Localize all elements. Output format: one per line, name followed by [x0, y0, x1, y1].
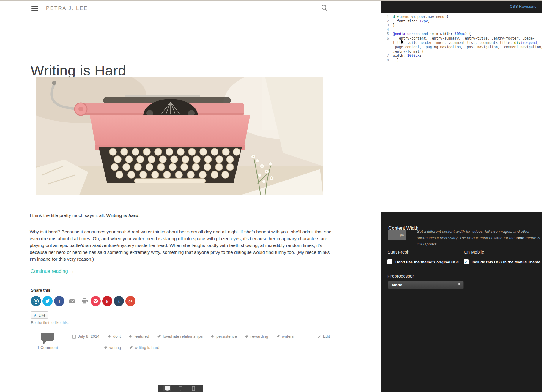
tag-link[interactable]: love/hate relationships	[157, 334, 203, 339]
body-paragraph: Why is it hard? Because it consumes your…	[30, 228, 333, 263]
tag-icon	[157, 334, 161, 338]
wordpress-share-button[interactable]: W	[31, 296, 41, 306]
device-preview-toolbar	[158, 385, 203, 392]
site-preview: PETRA J. LEE Writing is Hard	[0, 0, 381, 392]
css-editor-panel: CSS Revisions 1div.menu-wrapper.nav-menu…	[381, 1, 542, 392]
px-unit-label: px	[400, 232, 404, 237]
tag-link[interactable]: persistence	[211, 334, 237, 339]
css-options-panel: Content Width px Set a different content…	[381, 212, 542, 392]
tumblr-share-button[interactable]: t	[114, 296, 124, 306]
line-number: 6	[381, 36, 391, 41]
code-row[interactable]: 6 .entry-content, .entry-summary, .entry…	[381, 36, 542, 41]
tablet-icon	[179, 386, 182, 391]
tag-icon	[211, 334, 215, 338]
on-mobile-checkbox[interactable]: ✓	[464, 259, 469, 264]
tag-link[interactable]: writing	[104, 345, 121, 350]
top-border	[0, 0, 542, 1]
line-number: 5	[381, 32, 391, 36]
line-number: 3	[381, 23, 391, 28]
tag-link[interactable]: do it	[108, 334, 121, 339]
pinterest-share-button[interactable]: P	[102, 296, 112, 306]
svg-text:f: f	[59, 299, 60, 304]
pocket-share-button[interactable]	[91, 296, 101, 306]
code-row[interactable]: 5@media screen and (min-width: 600px) {	[381, 32, 542, 36]
email-share-button[interactable]	[68, 296, 76, 306]
tag-link[interactable]: writers	[276, 334, 294, 339]
content-width-description: Set a different content width for videos…	[417, 228, 541, 248]
tag-icon	[129, 334, 133, 338]
code-row[interactable]: .entry-format {	[381, 49, 542, 54]
code-row[interactable]: .page-content, .paging-navigation, .post…	[381, 45, 542, 49]
svg-text:t: t	[118, 299, 120, 303]
site-title[interactable]: PETRA J. LEE	[46, 5, 88, 11]
code-row[interactable]: 3}	[381, 23, 542, 28]
code-row[interactable]: 8 }	[381, 58, 542, 62]
line-number: 8	[381, 58, 391, 62]
svg-text:P: P	[106, 299, 108, 303]
tag-link[interactable]: featured	[129, 334, 149, 339]
like-button[interactable]: ★ Like	[31, 311, 48, 319]
tag-list-row-1: do itfeaturedlove/hate relationshipspers…	[108, 334, 294, 339]
select-arrows-icon	[458, 282, 460, 286]
start-fresh-label: Don’t use the theme’s original CSS.	[395, 260, 460, 264]
line-number	[381, 49, 391, 54]
on-mobile-checkbox-row[interactable]: ✓ Include this CSS in the Mobile Theme	[464, 259, 540, 264]
content-width-input[interactable]: px	[388, 230, 406, 240]
preprocessor-select[interactable]: None	[388, 281, 464, 289]
tag-icon	[129, 346, 133, 350]
tablet-preview-button[interactable]	[177, 385, 184, 391]
line-number: 4	[381, 28, 391, 32]
tag-list-row-2: writingwriting is hard!	[104, 345, 160, 350]
mobile-preview-button[interactable]	[190, 385, 197, 391]
star-icon: ★	[34, 313, 37, 317]
tag-icon	[245, 334, 249, 338]
editor-topbar: CSS Revisions	[381, 1, 542, 13]
edit-link[interactable]: Edit	[317, 334, 330, 339]
print-share-button[interactable]	[81, 296, 89, 306]
preprocessor-value: None	[392, 283, 402, 287]
line-number: 2	[381, 19, 391, 23]
svg-text:g+: g+	[129, 299, 133, 303]
mouse-cursor	[401, 39, 405, 45]
tag-icon	[108, 334, 111, 338]
facebook-share-button[interactable]: f	[54, 296, 64, 306]
featured-image-typewriter[interactable]	[36, 77, 323, 195]
code-row[interactable]: 7width: 1000px;	[381, 53, 542, 58]
desktop-preview-button[interactable]	[163, 385, 171, 391]
css-code-editor[interactable]: 1div.menu-wrapper.nav-menu {2 font-size:…	[381, 13, 542, 212]
menu-icon[interactable]	[31, 6, 38, 11]
comment-count-link[interactable]: 1 Comment	[33, 345, 62, 350]
calendar-icon	[72, 334, 76, 339]
panel-divider	[381, 1, 381, 212]
google-plus-share-button[interactable]: g+	[125, 296, 136, 306]
line-number	[381, 45, 391, 49]
start-fresh-checkbox-row[interactable]: Don’t use the theme’s original CSS.	[387, 259, 460, 264]
code-row[interactable]: 4	[381, 28, 542, 32]
text-caret	[399, 58, 399, 62]
start-fresh-heading: Start Fresh	[387, 249, 409, 254]
share-this-label: Share this:	[31, 288, 52, 292]
post-title[interactable]: Writing is Hard	[31, 62, 126, 79]
tag-link[interactable]: rewarding	[245, 334, 268, 339]
desktop-icon	[165, 386, 170, 391]
line-number: 7	[381, 53, 391, 58]
post-meta-row-1: July 8, 2014 do itfeaturedlove/hate rela…	[72, 334, 330, 339]
preprocessor-heading: Preprocessor	[387, 273, 414, 278]
search-icon[interactable]	[321, 4, 328, 12]
tag-icon	[104, 346, 108, 350]
css-revisions-link[interactable]: CSS Revisions	[510, 4, 536, 9]
mobile-icon	[192, 386, 195, 391]
line-number	[381, 41, 391, 45]
tag-link[interactable]: writing is hard!	[129, 345, 160, 350]
code-row[interactable]: 2 font-size: 12px;	[381, 19, 542, 23]
code-row[interactable]: 1div.menu-wrapper.nav-menu {	[381, 15, 542, 19]
on-mobile-label: Include this CSS in the Mobile Theme	[472, 260, 540, 264]
twitter-share-button[interactable]	[42, 296, 53, 306]
continue-reading-link[interactable]: Continue reading →	[31, 268, 74, 274]
intro-paragraph: I think the title pretty much says it al…	[30, 212, 333, 219]
code-row[interactable]: title, .site-header-inner, .comment-list…	[381, 41, 542, 45]
start-fresh-checkbox[interactable]	[387, 259, 392, 264]
share-divider	[31, 284, 48, 284]
comment-bubble-icon[interactable]	[41, 333, 54, 341]
post-date: July 8, 2014	[72, 334, 100, 339]
